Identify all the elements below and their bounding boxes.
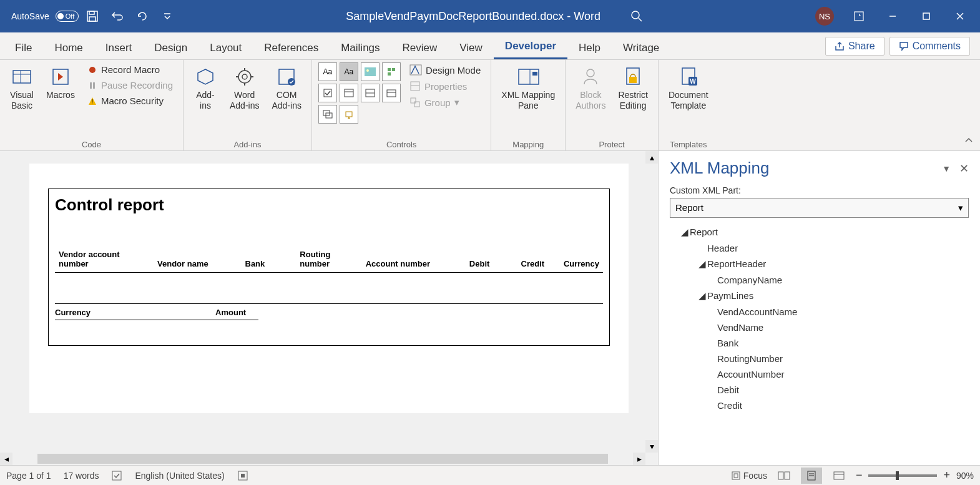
restrict-editing-button[interactable]: RestrictEditing [614, 62, 651, 114]
tree-node-routingnumber[interactable]: RoutingNumber [670, 351, 969, 366]
macros-status-icon[interactable] [237, 470, 248, 481]
undo-icon[interactable] [106, 5, 129, 27]
tab-developer[interactable]: Developer [494, 34, 567, 59]
zoom-out-button[interactable]: − [856, 469, 863, 482]
scroll-down-icon[interactable]: ▾ [645, 440, 658, 453]
scroll-left-icon[interactable]: ◂ [0, 453, 12, 465]
svg-point-16 [89, 67, 96, 73]
xml-mapping-pane-button[interactable]: XML MappingPane [497, 62, 559, 114]
status-language[interactable]: English (United States) [135, 471, 224, 481]
tab-home[interactable]: Home [43, 36, 94, 59]
save-icon[interactable] [81, 5, 104, 27]
checkbox-control-button[interactable] [318, 84, 337, 102]
ribbon-tabs: File Home Insert Design Layout Reference… [0, 32, 980, 60]
status-page[interactable]: Page 1 of 1 [6, 471, 51, 481]
tab-mailings[interactable]: Mailings [330, 36, 391, 59]
vertical-scrollbar[interactable]: ▴ ▾ [645, 151, 658, 465]
pane-options-icon[interactable]: ▼ [942, 164, 951, 174]
read-mode-button[interactable] [773, 468, 795, 484]
addins-icon [194, 65, 217, 89]
ribbon-options-icon[interactable] [844, 1, 874, 31]
tab-layout[interactable]: Layout [198, 36, 253, 59]
group-icon [409, 97, 421, 108]
pane-title: XML Mapping [670, 159, 942, 178]
main-area: Control report Vendor account number Ven… [0, 151, 980, 465]
tab-help[interactable]: Help [567, 36, 612, 59]
close-icon[interactable] [945, 1, 975, 31]
block-authors-icon [579, 65, 602, 89]
record-macro-button[interactable]: Record Macro [84, 62, 177, 77]
picture-control-button[interactable] [361, 62, 380, 81]
search-icon[interactable] [625, 5, 648, 27]
tree-node-vendname[interactable]: VendName [670, 320, 969, 335]
spell-check-icon[interactable] [111, 470, 122, 481]
scroll-right-icon[interactable]: ▸ [633, 453, 645, 465]
tab-design[interactable]: Design [143, 36, 198, 59]
zoom-level[interactable]: 90% [956, 471, 974, 481]
print-layout-button[interactable] [801, 468, 822, 484]
group-controls-button: Group ▾ [406, 95, 484, 110]
word-addins-button[interactable]: WordAdd-ins [226, 62, 263, 114]
svg-rect-64 [778, 472, 783, 479]
tree-node-accountnumber[interactable]: AccountNumber [670, 366, 969, 382]
tab-review[interactable]: Review [391, 36, 449, 59]
zoom-slider[interactable] [868, 474, 937, 477]
document-template-button[interactable]: W DocumentTemplate [665, 62, 712, 114]
minimize-icon[interactable] [878, 1, 908, 31]
maximize-icon[interactable] [911, 1, 941, 31]
web-layout-button[interactable] [828, 468, 850, 484]
tab-insert[interactable]: Insert [94, 36, 144, 59]
tree-node-companyname[interactable]: CompanyName [670, 272, 969, 288]
redo-icon[interactable] [131, 5, 154, 27]
custom-xml-select[interactable]: Report ▾ [670, 198, 969, 218]
customize-qat-icon[interactable] [156, 5, 179, 27]
tree-node-vendaccountname[interactable]: VendAccountName [670, 304, 969, 320]
date-picker-control-button[interactable] [382, 84, 401, 102]
dropdown-control-button[interactable] [361, 84, 380, 102]
rich-text-control-button[interactable]: Aa [318, 62, 337, 81]
tab-file[interactable]: File [4, 36, 43, 59]
tree-node-reportheader[interactable]: ◢ReportHeader [670, 256, 969, 272]
tree-node-credit[interactable]: Credit [670, 398, 969, 413]
tree-node-paymlines[interactable]: ◢PaymLines [670, 288, 969, 304]
tree-node-bank[interactable]: Bank [670, 335, 969, 351]
svg-rect-11 [13, 71, 31, 83]
group-label-mapping: Mapping [497, 139, 559, 149]
share-button[interactable]: Share [825, 37, 884, 56]
svg-rect-46 [411, 82, 419, 91]
com-addins-button[interactable]: COMAdd-ins [268, 62, 305, 114]
focus-mode-button[interactable]: Focus [731, 471, 767, 481]
zoom-in-button[interactable]: + [943, 469, 950, 482]
tab-references[interactable]: References [253, 36, 330, 59]
repeating-section-control-button[interactable] [318, 105, 337, 124]
tree-node-debit[interactable]: Debit [670, 382, 969, 398]
zoom-thumb[interactable] [896, 471, 899, 480]
block-authors-button[interactable]: BlockAuthors [572, 62, 609, 114]
plain-text-control-button[interactable]: Aa [340, 62, 358, 81]
tree-node-report[interactable]: ◢Report [670, 224, 969, 240]
combobox-control-button[interactable] [340, 84, 358, 102]
addins-button[interactable]: Add-ins [190, 62, 221, 114]
legacy-tools-button[interactable] [340, 105, 358, 124]
pane-close-icon[interactable]: ✕ [959, 162, 969, 175]
tree-node-header[interactable]: Header [670, 240, 969, 256]
tab-writage[interactable]: Writage [612, 36, 670, 59]
svg-rect-8 [923, 13, 929, 19]
autosave-toggle[interactable]: Off [56, 11, 79, 22]
status-words[interactable]: 17 words [64, 471, 99, 481]
scroll-up-icon[interactable]: ▴ [645, 151, 658, 164]
visual-basic-button[interactable]: VisualBasic [6, 62, 37, 114]
document-area[interactable]: Control report Vendor account number Ven… [0, 151, 658, 465]
design-mode-button[interactable]: Design Mode [406, 62, 484, 77]
scroll-thumb[interactable] [37, 454, 608, 464]
macro-security-button[interactable]: ! Macro Security [84, 94, 177, 108]
svg-marker-15 [58, 73, 63, 81]
macros-button[interactable]: Macros [42, 62, 79, 103]
horizontal-scrollbar[interactable]: ◂ ▸ [0, 453, 645, 465]
comments-button[interactable]: Comments [889, 37, 970, 56]
tab-view[interactable]: View [448, 36, 494, 59]
building-block-control-button[interactable] [382, 62, 401, 81]
user-avatar[interactable]: NS [815, 7, 834, 26]
collapse-ribbon-icon[interactable] [964, 135, 974, 145]
report-title: Control report [55, 195, 603, 215]
